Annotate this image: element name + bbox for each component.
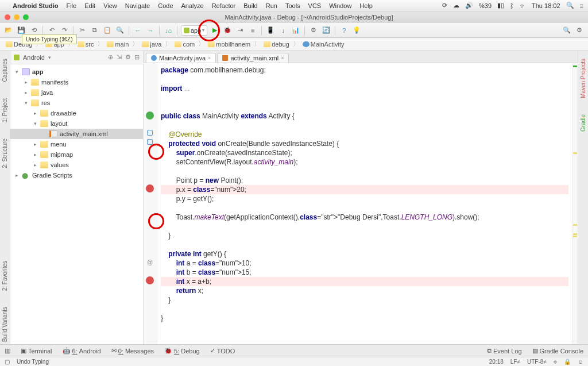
zoom-window-button[interactable] <box>23 14 29 20</box>
tree-item-values[interactable]: ▸values <box>10 160 143 170</box>
close-tab-icon[interactable]: × <box>208 55 211 61</box>
menu-code[interactable]: Code <box>158 2 173 9</box>
app-name[interactable]: Android Studio <box>13 2 58 9</box>
tree-item-drawable[interactable]: ▸drawable <box>10 108 143 118</box>
editor-gutter[interactable]: @ <box>144 63 157 344</box>
rail-project[interactable]: 1: Project <box>2 96 8 125</box>
hide-icon[interactable]: ⊟ <box>134 53 140 61</box>
sync-gradle-button[interactable]: 🔄 <box>321 25 331 36</box>
tab-main-activity[interactable]: MainActivity.java × <box>146 53 216 63</box>
caret-position[interactable]: 20:18 <box>489 359 504 365</box>
save-button[interactable]: 💾 <box>16 25 26 36</box>
crumb-debug[interactable]: debug <box>261 41 292 48</box>
tab-gradle-console[interactable]: ▤Gradle Console <box>532 347 583 355</box>
gear-icon[interactable]: ⚙ <box>125 53 131 61</box>
search-everywhere-button[interactable]: 🔍 <box>562 25 572 36</box>
insert-mode-icon[interactable]: ⎆ <box>554 359 557 365</box>
notification-icon[interactable]: ≡ <box>580 2 583 9</box>
tree-item-mipmap[interactable]: ▸mipmap <box>10 149 143 160</box>
quick-panel-icon[interactable]: ▥ <box>5 347 10 355</box>
menu-view[interactable]: View <box>103 2 117 9</box>
project-view-selector[interactable]: Android <box>23 54 45 61</box>
tree-item-layout[interactable]: ▾layout <box>10 118 143 129</box>
battery-icon[interactable]: ▮▯ <box>497 2 504 9</box>
paste-button[interactable]: 📋 <box>102 25 113 36</box>
tree-item-java[interactable]: ▸java <box>10 87 143 98</box>
project-tree[interactable]: ▾app▸manifests▸java▾res▸drawable▾layouta… <box>10 64 143 344</box>
monitor-button[interactable]: 📊 <box>291 25 301 36</box>
help-button[interactable]: ? <box>339 25 349 36</box>
tree-item-manifests[interactable]: ▸manifests <box>10 77 143 87</box>
error-stripe[interactable] <box>572 63 578 344</box>
redo-button[interactable]: ↷ <box>59 25 69 36</box>
sync-button[interactable]: ⟲ <box>29 25 39 36</box>
menu-run[interactable]: Run <box>266 2 277 9</box>
tree-item-menu[interactable]: ▸menu <box>10 139 143 149</box>
hector-icon[interactable]: ☺ <box>578 359 583 365</box>
cloud-icon[interactable]: ☁ <box>453 2 459 9</box>
tab-activity-main-xml[interactable]: activity_main.xml × <box>217 53 289 63</box>
back-button[interactable]: ← <box>133 25 143 36</box>
menu-file[interactable]: File <box>66 2 76 9</box>
tab-android[interactable]: 🤖6: Android <box>63 347 101 355</box>
tree-item-app[interactable]: ▾app <box>10 67 143 77</box>
copy-button[interactable]: ⧉ <box>90 25 100 36</box>
line-separator[interactable]: LF≠ <box>510 359 520 365</box>
minimize-window-button[interactable] <box>14 14 20 20</box>
menu-navigate[interactable]: Navigate <box>125 2 150 9</box>
clock[interactable]: Thu 18:02 <box>532 2 560 9</box>
tree-item-gradle-scripts[interactable]: ▸Gradle Scripts <box>10 170 143 180</box>
close-window-button[interactable] <box>5 14 10 20</box>
code-editor[interactable]: package com.mobilhanem.debug; import ...… <box>157 63 572 344</box>
tab-messages[interactable]: ✉0: Messages <box>111 347 154 355</box>
sdk-button[interactable]: ↓ <box>278 25 288 36</box>
tab-debug[interactable]: 🐞5: Debug <box>164 347 200 355</box>
run-gutter-icon[interactable] <box>146 111 154 120</box>
run-button[interactable]: ▶ <box>210 25 220 36</box>
wifi-icon[interactable]: ᯤ <box>520 2 526 9</box>
close-tab-icon[interactable]: × <box>281 55 284 61</box>
lock-icon[interactable]: 🔒 <box>564 359 571 365</box>
rail-favorites[interactable]: 2: Favorites <box>2 259 8 293</box>
crumb-main[interactable]: main <box>105 41 131 48</box>
file-encoding[interactable]: UTF-8≠ <box>527 359 547 365</box>
menu-analyze[interactable]: Analyze <box>181 2 204 9</box>
crumb-mobilhanem[interactable]: mobilhanem <box>206 41 253 48</box>
menu-window[interactable]: Window <box>329 2 351 9</box>
avd-button[interactable]: 📱 <box>265 25 276 36</box>
undo-button[interactable]: ↶ <box>47 25 57 36</box>
spotlight-icon[interactable]: 🔍 <box>566 2 574 9</box>
tab-event-log[interactable]: ⧉Event Log <box>487 347 522 355</box>
rail-captures[interactable]: Captures <box>2 56 8 84</box>
menu-refactor[interactable]: Refactor <box>212 2 236 9</box>
settings-icon[interactable]: ⚙ <box>574 25 585 36</box>
rail-build-variants[interactable]: Build Variants <box>2 305 8 344</box>
cut-button[interactable]: ✂ <box>77 25 87 36</box>
debug-button[interactable]: 🐞 <box>222 25 233 36</box>
collapse-all-icon[interactable]: ⇲ <box>117 53 122 61</box>
volume-icon[interactable]: 🔊 <box>465 2 473 9</box>
override-gutter-icon[interactable] <box>147 130 153 136</box>
menu-help[interactable]: Help <box>359 2 373 9</box>
structure-button[interactable]: ⚙ <box>308 25 319 36</box>
attach-debugger-button[interactable]: ⇥ <box>235 25 245 36</box>
open-button[interactable]: 📂 <box>3 25 14 36</box>
recursive-gutter-icon[interactable]: @ <box>146 259 153 265</box>
menu-edit[interactable]: Edit <box>84 2 95 9</box>
override-gutter-icon[interactable] <box>147 139 153 145</box>
menu-tools[interactable]: Tools <box>285 2 300 9</box>
menu-build[interactable]: Build <box>243 2 257 9</box>
menu-vcs[interactable]: VCS <box>308 2 322 9</box>
forward-button[interactable]: → <box>145 25 156 36</box>
crumb-src[interactable]: src <box>75 41 96 48</box>
tab-todo[interactable]: ✓TODO <box>210 347 235 355</box>
crumb-java[interactable]: java <box>140 41 164 48</box>
tree-item-activity_main-xml[interactable]: activity_main.xml <box>10 129 143 139</box>
bluetooth-icon[interactable]: ᛒ <box>510 2 514 9</box>
scroll-from-source-icon[interactable]: ⊕ <box>108 53 113 61</box>
crumb-com[interactable]: com <box>172 41 197 48</box>
rail-maven[interactable]: Maven Projects <box>580 56 586 101</box>
make-button[interactable]: ↓⌂ <box>163 25 173 36</box>
find-button[interactable]: 🔍 <box>115 25 125 36</box>
breakpoint-icon[interactable] <box>146 276 154 284</box>
